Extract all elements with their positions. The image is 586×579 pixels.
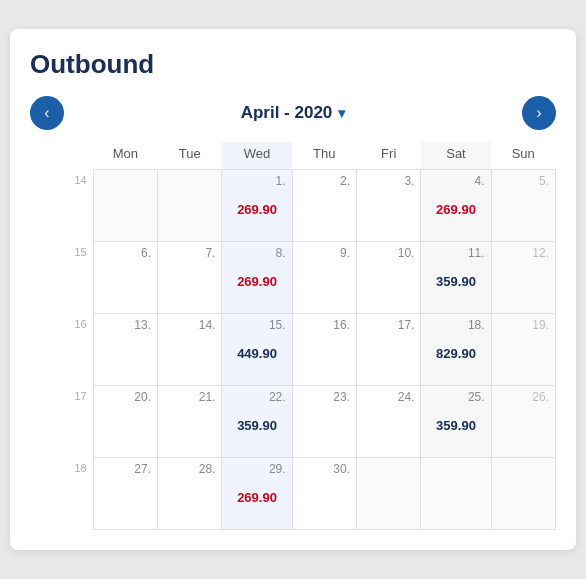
calendar-day[interactable]: 8.269.90 <box>222 242 292 314</box>
calendar-day <box>491 458 555 530</box>
day-number: 19. <box>498 318 549 332</box>
calendar-day[interactable]: 19. <box>491 314 555 386</box>
calendar-day <box>421 458 491 530</box>
day-number: 20. <box>100 390 151 404</box>
calendar-day[interactable]: 16. <box>292 314 356 386</box>
day-number: 5. <box>498 174 549 188</box>
week-number: 14 <box>30 170 93 242</box>
day-number: 28. <box>164 462 215 476</box>
day-price[interactable]: 359.90 <box>228 418 285 433</box>
day-number: 13. <box>100 318 151 332</box>
day-number: 17. <box>363 318 414 332</box>
calendar-day[interactable]: 2. <box>292 170 356 242</box>
calendar-day <box>93 170 157 242</box>
calendar-day[interactable]: 14. <box>158 314 222 386</box>
day-number: 22. <box>228 390 285 404</box>
calendar-day[interactable]: 7. <box>158 242 222 314</box>
day-number: 16. <box>299 318 350 332</box>
weekday-thu: Thu <box>292 142 356 170</box>
day-number: 8. <box>228 246 285 260</box>
calendar-day[interactable]: 17. <box>357 314 421 386</box>
day-number: 26. <box>498 390 549 404</box>
day-number: 3. <box>363 174 414 188</box>
day-number: 24. <box>363 390 414 404</box>
day-number: 27. <box>100 462 151 476</box>
week-number: 18 <box>30 458 93 530</box>
day-price[interactable]: 359.90 <box>427 274 484 289</box>
calendar-table: Mon Tue Wed Thu Fri Sat Sun 141.269.902.… <box>30 142 556 530</box>
day-number: 15. <box>228 318 285 332</box>
calendar-day[interactable]: 9. <box>292 242 356 314</box>
chevron-down-icon: ▾ <box>338 105 345 121</box>
week-number: 17 <box>30 386 93 458</box>
calendar-day[interactable]: 6. <box>93 242 157 314</box>
week-number: 15 <box>30 242 93 314</box>
weekday-tue: Tue <box>158 142 222 170</box>
weekday-sat: Sat <box>421 142 491 170</box>
day-price[interactable]: 269.90 <box>427 202 484 217</box>
day-number: 14. <box>164 318 215 332</box>
prev-month-button[interactable]: ‹ <box>30 96 64 130</box>
day-number: 18. <box>427 318 484 332</box>
calendar-day[interactable]: 12. <box>491 242 555 314</box>
day-price[interactable]: 359.90 <box>427 418 484 433</box>
weekday-wed: Wed <box>222 142 292 170</box>
calendar-day[interactable]: 29.269.90 <box>222 458 292 530</box>
calendar-day[interactable]: 27. <box>93 458 157 530</box>
day-number: 23. <box>299 390 350 404</box>
calendar-title: Outbound <box>30 49 556 80</box>
calendar-day[interactable]: 3. <box>357 170 421 242</box>
calendar-day[interactable]: 1.269.90 <box>222 170 292 242</box>
weekday-sun: Sun <box>491 142 555 170</box>
calendar-day[interactable]: 25.359.90 <box>421 386 491 458</box>
weekday-mon: Mon <box>93 142 157 170</box>
day-number: 11. <box>427 246 484 260</box>
day-number: 1. <box>228 174 285 188</box>
calendar-day[interactable]: 28. <box>158 458 222 530</box>
calendar-day[interactable]: 24. <box>357 386 421 458</box>
calendar-day[interactable]: 4.269.90 <box>421 170 491 242</box>
calendar-day[interactable]: 18.829.90 <box>421 314 491 386</box>
calendar-container: Outbound ‹ April - 2020 ▾ › Mon Tue Wed … <box>10 29 576 550</box>
calendar-day[interactable]: 23. <box>292 386 356 458</box>
week-num-header <box>30 142 93 170</box>
weekday-fri: Fri <box>357 142 421 170</box>
calendar-day[interactable]: 11.359.90 <box>421 242 491 314</box>
calendar-day <box>158 170 222 242</box>
calendar-day[interactable]: 21. <box>158 386 222 458</box>
calendar-day[interactable]: 10. <box>357 242 421 314</box>
calendar-day <box>357 458 421 530</box>
calendar-day[interactable]: 26. <box>491 386 555 458</box>
day-number: 4. <box>427 174 484 188</box>
month-label-text: April - 2020 <box>241 103 333 123</box>
calendar-day[interactable]: 30. <box>292 458 356 530</box>
day-number: 9. <box>299 246 350 260</box>
day-number: 12. <box>498 246 549 260</box>
next-month-button[interactable]: › <box>522 96 556 130</box>
day-price[interactable]: 269.90 <box>228 490 285 505</box>
calendar-header: ‹ April - 2020 ▾ › <box>30 96 556 130</box>
day-number: 21. <box>164 390 215 404</box>
day-number: 30. <box>299 462 350 476</box>
week-number: 16 <box>30 314 93 386</box>
day-number: 29. <box>228 462 285 476</box>
day-number: 25. <box>427 390 484 404</box>
day-number: 2. <box>299 174 350 188</box>
month-selector[interactable]: April - 2020 ▾ <box>241 103 346 123</box>
calendar-day[interactable]: 22.359.90 <box>222 386 292 458</box>
day-number: 10. <box>363 246 414 260</box>
calendar-day[interactable]: 20. <box>93 386 157 458</box>
calendar-day[interactable]: 13. <box>93 314 157 386</box>
day-price[interactable]: 269.90 <box>228 202 285 217</box>
calendar-day[interactable]: 15.449.90 <box>222 314 292 386</box>
day-number: 7. <box>164 246 215 260</box>
calendar-day[interactable]: 5. <box>491 170 555 242</box>
day-price[interactable]: 269.90 <box>228 274 285 289</box>
day-price[interactable]: 829.90 <box>427 346 484 361</box>
day-number: 6. <box>100 246 151 260</box>
day-price[interactable]: 449.90 <box>228 346 285 361</box>
